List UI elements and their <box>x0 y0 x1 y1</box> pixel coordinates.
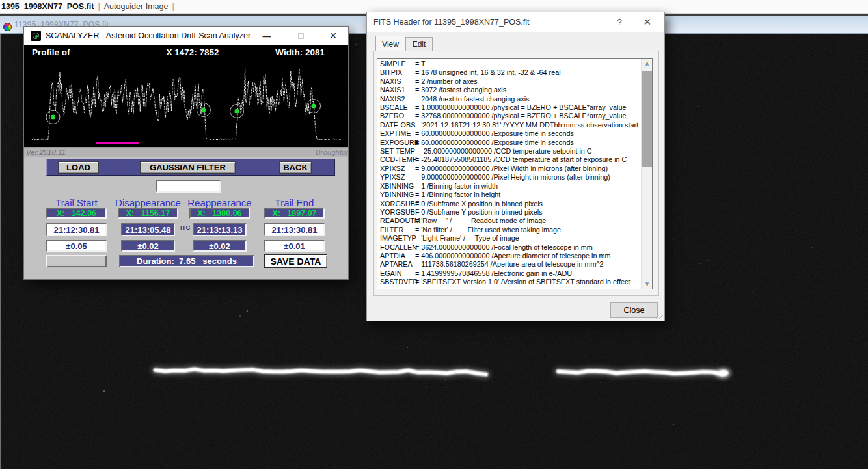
event-x-position: X: 1156.17 <box>118 208 178 219</box>
fits-header-line: EXPTIME= 60.000000000000000 /Exposure ti… <box>380 129 639 138</box>
close-icon[interactable]: ✕ <box>643 16 651 28</box>
fits-header-line: EXPOSURE= 60.000000000000000 /Exposure t… <box>380 139 639 147</box>
save-data-button[interactable]: SAVE DATA <box>264 254 327 268</box>
fits-header-line: APTAREA= 111738.56180269254 /Aperture ar… <box>380 260 639 269</box>
fits-header-line: XORGSUBF= 0 /Subframe X position in binn… <box>380 200 639 208</box>
event-uncertainty-field[interactable]: ±0.02 <box>121 240 175 252</box>
intensity-profile-plot[interactable] <box>24 59 348 147</box>
event-uncertainty-field[interactable]: ±0.05 <box>46 240 107 252</box>
tab-view[interactable]: View <box>375 36 405 51</box>
fits-header-dialog: FITS Header for 11395_1998XN77_POS.fit ?… <box>366 12 665 321</box>
event-time-field[interactable]: 21:12:30.81 <box>46 223 107 236</box>
fits-header-line: SIMPLE= T <box>380 60 639 68</box>
scanalyzer-titlebar[interactable]: SCANALYZER - Asteroid Occultation Drift-… <box>24 27 348 45</box>
duration-readout: Duration: 7.65 seconds <box>119 255 254 267</box>
fits-header-line: EGAIN= 1.4199999570846558 /Electronic ga… <box>380 269 639 278</box>
events-table: ITC Duration: 7.65 seconds SAVE DATA Tra… <box>24 197 349 272</box>
event-x-position: X: 142.06 <box>46 208 107 219</box>
scanalyzer-window: SCANALYZER - Asteroid Occultation Drift-… <box>23 26 349 280</box>
blank-button[interactable] <box>46 255 107 267</box>
back-button[interactable]: BACK <box>279 161 312 174</box>
maximize-button[interactable] <box>290 27 312 45</box>
profile-header-bar: Profile of X 1472: 7852 Width: 2081 <box>24 45 348 59</box>
tab-separator: | <box>98 2 100 11</box>
fits-header-line: YORGSUBF= 0 /Subframe Y position in binn… <box>380 208 639 217</box>
fits-header-line: APTDIA= 406.00000000000000 /Aperture dia… <box>380 252 639 260</box>
version-label: Ver.2018.11 <box>26 148 66 156</box>
scanalyzer-app-icon <box>31 31 41 41</box>
scanalyzer-window-title: SCANALYZER - Asteroid Occultation Drift-… <box>46 31 251 40</box>
fits-header-line: FOCALLEN= 3624.0000000000000 /Focal leng… <box>380 243 639 252</box>
fits-keyword-listbox[interactable]: SIMPLE= TBITPIX= 16 /8 unsigned int, 16 … <box>377 58 653 289</box>
event-time-field[interactable]: 21:13:05.48 <box>121 223 175 236</box>
close-button[interactable]: ✕ <box>322 27 344 45</box>
fits-header-line: XBINNING= 1 /Binning factor in width <box>380 182 639 191</box>
fits-header-line: READOUTM= 'Raw ' / Readout mode of image <box>380 217 639 225</box>
scroll-up-icon[interactable]: ∧ <box>642 59 653 69</box>
fits-header-line: XPIXSZ= 9.0000000000000000 /Pixel Width … <box>380 165 639 173</box>
event-column-header: Disappearance <box>110 197 186 208</box>
fits-dialog-titlebar[interactable]: FITS Header for 11395_1998XN77_POS.fit ?… <box>367 12 664 32</box>
help-button[interactable]: ? <box>617 17 622 27</box>
tab-edit[interactable]: Edit <box>405 37 433 51</box>
filter-value-input[interactable] <box>156 180 221 193</box>
event-column-header: Reappearance <box>182 197 258 208</box>
fits-scrollbar[interactable]: ∧ ∨ <box>641 59 652 289</box>
profile-trace <box>24 59 349 147</box>
event-uncertainty-field[interactable]: ±0.01 <box>264 240 325 252</box>
maxim-app-icon <box>3 23 12 31</box>
event-x-position: X: 1897.07 <box>264 208 325 219</box>
gaussian-filter-button[interactable]: GAUSSIAN FILTER <box>140 161 236 174</box>
fits-header-line: BITPIX= 16 /8 unsigned int, 16 & 32 int,… <box>380 68 639 77</box>
maximize-icon <box>298 33 304 39</box>
fits-header-line: DATE-OBS= '2021-12-16T21:12:30.81' /YYYY… <box>380 121 639 129</box>
fits-header-line: YPIXSZ= 9.0000000000000000 /Pixel Height… <box>380 173 639 181</box>
load-button[interactable]: LOAD <box>58 161 99 174</box>
author-label: Broughton <box>316 148 348 156</box>
event-x-position: X: 1380.06 <box>189 208 250 219</box>
fits-header-line: CCD-TEMP= -25.401875508501185 /CCD tempe… <box>380 155 639 164</box>
scroll-down-icon[interactable]: ∨ <box>642 278 653 289</box>
fits-header-line: SBSTDVER= 'SBFITSEXT Version 1.0' /Versi… <box>380 278 639 286</box>
scanalyzer-toolbar: LOAD GAUSSIAN FILTER BACK <box>46 159 335 176</box>
event-uncertainty-field[interactable]: ±0.02 <box>193 240 247 252</box>
event-column-header: Trail End <box>256 197 332 208</box>
minimize-button[interactable]: — <box>256 27 278 45</box>
fits-header-line: NAXIS2= 2048 /next to fastest changing a… <box>380 95 639 103</box>
event-column-header: Trail Start <box>38 197 115 208</box>
scroll-thumb[interactable] <box>642 71 652 167</box>
fits-header-line: IMAGETYP= 'Light Frame' / Type of image <box>380 234 639 243</box>
fits-keyword-list: SIMPLE= TBITPIX= 16 /8 unsigned int, 16 … <box>380 60 639 287</box>
event-time-field[interactable]: 21:13:30.81 <box>264 223 325 236</box>
cursor-readout-label: X 1472: 7852 <box>166 47 219 57</box>
fits-header-line: FILTER= 'No filter' / Filter used when t… <box>380 226 639 234</box>
fits-header-line: NAXIS= 2 /number of axes <box>380 77 639 86</box>
fits-header-line: NAXIS1= 3072 /fastest changing axis <box>380 86 639 94</box>
tab-autoguider-image[interactable]: Autoguider Image <box>104 2 169 11</box>
scanalyzer-statusbar: Ver.2018.11 Broughton <box>24 147 348 157</box>
utc-label-fragment: ITC <box>180 224 190 231</box>
tab-image-document[interactable]: 1395_1998XN77_POS.fit <box>1 2 94 11</box>
fits-dialog-title: FITS Header for 11395_1998XN77_POS.fit <box>373 18 530 27</box>
fits-header-line: YBINNING= 1 /Binning factor in height <box>380 191 639 199</box>
desktop: 1395_1998XN77_POS.fit | Autoguider Image… <box>0 0 868 469</box>
fits-header-line: BSCALE= 1.0000000000000000 /physical = B… <box>380 103 639 112</box>
fits-header-line: BZERO= 32768.000000000000 /physical = BZ… <box>380 112 639 120</box>
fits-header-line: SET-TEMP= -25.000000000000000 /CCD tempe… <box>380 147 639 155</box>
profile-of-label: Profile of <box>32 47 70 57</box>
close-button[interactable]: Close <box>610 302 658 318</box>
trail-width-label: Width: 2081 <box>275 47 325 57</box>
tab-separator: | <box>172 2 174 11</box>
event-time-field[interactable]: 21:13:13.13 <box>193 223 247 236</box>
